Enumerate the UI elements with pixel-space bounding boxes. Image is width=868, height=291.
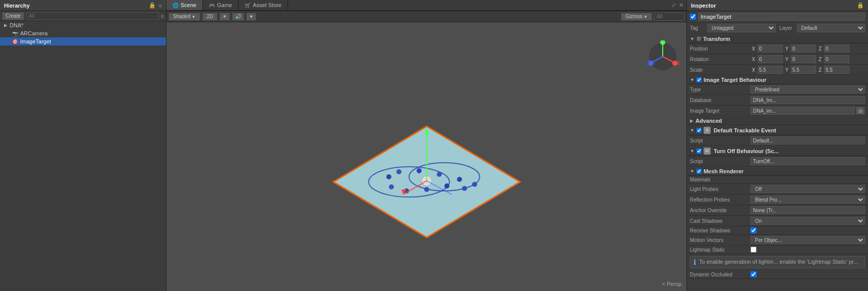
scene-view[interactable]: Shaded 2D ☀ 🔊 ✦ Gizmos xyxy=(166,11,686,291)
scene-maximize-icon[interactable]: ⤢ xyxy=(671,2,676,9)
position-label: Position xyxy=(690,46,750,52)
position-x[interactable] xyxy=(758,44,783,53)
hierarchy-item-dna[interactable]: ▶ DNA* xyxy=(0,21,166,29)
scene-close-icon[interactable]: ✕ xyxy=(679,2,683,9)
mesh-renderer-label: Mesh Renderer xyxy=(704,168,743,174)
tag-dropdown[interactable]: Untagged xyxy=(707,24,776,32)
fx-button[interactable]: ✦ xyxy=(246,13,256,21)
top-tab-bar: Hierarchy 🔒 ≡ 🌐 Scene 🎮 Game 🛒 Asset Sto… xyxy=(0,0,868,11)
scale-label: Scale xyxy=(690,67,750,73)
database-label: Database xyxy=(690,98,750,103)
hierarchy-options-icon[interactable]: ≡ xyxy=(161,13,164,19)
reflection-probes-prop: Reflection Probes Blend Pro... xyxy=(687,195,868,205)
receive-shadows-prop: Receive Shadows xyxy=(687,226,868,235)
turnoff-section[interactable]: ▼ G Turn Off Behaviour (Sc... xyxy=(687,146,868,156)
scene-canvas[interactable]: Y X Z < Persp xyxy=(166,22,686,291)
image-target-browse-btn[interactable]: ⊙ xyxy=(856,107,865,115)
trackable-label: Default Trackable Event xyxy=(714,127,776,133)
scene-search-input[interactable] xyxy=(654,13,684,21)
light-probes-dropdown[interactable]: Off xyxy=(750,185,865,193)
light-probes-label: Light Probes xyxy=(690,186,750,192)
motion-vectors-label: Motion Vectors xyxy=(690,237,750,243)
position-values: X Y Z xyxy=(750,44,865,53)
imagetarget-icon: 🎯 xyxy=(12,39,18,44)
rotation-x[interactable] xyxy=(758,55,783,63)
reflection-probes-dropdown[interactable]: Blend Pro... xyxy=(750,196,865,204)
svg-point-7 xyxy=(386,174,391,179)
position-y[interactable] xyxy=(791,44,816,53)
cast-shadows-dropdown[interactable]: On xyxy=(750,217,865,225)
arcamera-label: ARCamera xyxy=(20,30,47,36)
trackable-active-check[interactable] xyxy=(697,128,702,133)
game-tab[interactable]: 🎮 Game xyxy=(203,0,239,10)
turnoff-script-field[interactable] xyxy=(750,157,865,165)
svg-point-10 xyxy=(437,172,442,177)
position-z[interactable] xyxy=(824,44,849,53)
dynamic-occluded-checkbox[interactable] xyxy=(750,271,757,277)
lighting-button[interactable]: ☀ xyxy=(219,13,230,21)
scale-y[interactable] xyxy=(791,66,816,74)
rotation-z[interactable] xyxy=(824,55,849,63)
image-target-field[interactable] xyxy=(750,107,855,115)
asset-store-tab[interactable]: 🛒 Asset Store xyxy=(239,0,288,10)
dna-label: DNA* xyxy=(10,22,24,28)
image-target-field-label: Image Target xyxy=(690,108,750,114)
turnoff-active-check[interactable] xyxy=(697,149,702,154)
inspector-lock-icon[interactable]: 🔒 xyxy=(857,2,864,9)
inspector-tab[interactable]: Inspector xyxy=(691,3,716,9)
scale-x[interactable] xyxy=(758,66,783,74)
hierarchy-tab[interactable]: Hierarchy xyxy=(4,3,30,9)
image-target-section[interactable]: ▼ Image Target Behaviour xyxy=(687,75,868,84)
hierarchy-item-arcamera[interactable]: 📷 ARCamera xyxy=(0,29,166,37)
turnoff-label: Turn Off Behaviour (Sc... xyxy=(714,148,779,154)
motion-vectors-prop: Motion Vectors Per Objec... xyxy=(687,235,868,246)
shading-dropdown[interactable]: Shaded xyxy=(168,13,200,21)
audio-button[interactable]: 🔊 xyxy=(232,13,244,21)
object-name-row xyxy=(687,11,868,23)
mesh-renderer-active-check[interactable] xyxy=(697,169,702,174)
info-icon: ℹ xyxy=(693,259,696,266)
scene-tab[interactable]: 🌐 Scene xyxy=(166,0,203,10)
object-active-checkbox[interactable] xyxy=(690,14,696,20)
transform-section[interactable]: ▼ ⊞ Transform xyxy=(687,34,868,43)
image-target-active-check[interactable] xyxy=(697,77,702,82)
hierarchy-menu-icon[interactable]: ≡ xyxy=(159,3,162,9)
platform-svg xyxy=(318,116,535,268)
create-button[interactable]: Create xyxy=(2,12,24,20)
image-target-arrow: ▼ xyxy=(690,77,695,82)
svg-text:Z: Z xyxy=(647,60,651,66)
type-dropdown[interactable]: Predefined xyxy=(750,85,865,93)
svg-point-11 xyxy=(457,177,462,182)
rotation-prop: Rotation X Y Z xyxy=(687,54,868,65)
database-prop: Database xyxy=(687,95,868,106)
rotation-values: X Y Z xyxy=(750,55,865,63)
rotation-y[interactable] xyxy=(791,55,816,63)
advanced-section[interactable]: ▶ Advanced xyxy=(687,116,868,125)
layer-dropdown[interactable]: Default xyxy=(797,24,865,32)
info-text: To enable generation of lightm... enable… xyxy=(699,259,858,265)
advanced-arrow: ▶ xyxy=(690,118,693,123)
default-trackable-section[interactable]: ▼ S Default Trackable Event xyxy=(687,125,868,135)
receive-shadows-checkbox[interactable] xyxy=(750,227,757,233)
svg-point-17 xyxy=(462,186,467,191)
lightmap-static-prop: Lightmap Static xyxy=(687,246,868,254)
hierarchy-item-imagetarget[interactable]: 🎯 ImageTarget xyxy=(0,37,166,45)
svg-point-13 xyxy=(389,184,394,189)
position-prop: Position X Y Z xyxy=(687,43,868,54)
scale-z[interactable] xyxy=(824,66,849,74)
hierarchy-search-input[interactable] xyxy=(26,12,159,20)
trackable-script-field[interactable] xyxy=(750,136,865,144)
motion-vectors-dropdown[interactable]: Per Objec... xyxy=(750,236,865,244)
anchor-override-field[interactable] xyxy=(750,206,865,214)
lightmap-static-checkbox[interactable] xyxy=(750,247,757,253)
transform-label: Transform xyxy=(703,36,730,42)
object-name-field[interactable] xyxy=(698,13,865,21)
arcamera-icon: 📷 xyxy=(12,31,18,36)
inspector-body: Tag Untagged Layer Default ▼ ⊞ Transform… xyxy=(687,11,868,291)
advanced-label: Advanced xyxy=(696,118,722,124)
game-tab-icon: 🎮 xyxy=(209,3,215,8)
database-field[interactable] xyxy=(750,96,865,104)
2d-button[interactable]: 2D xyxy=(202,13,218,21)
mesh-renderer-section[interactable]: ▼ Mesh Renderer xyxy=(687,167,868,176)
gizmos-dropdown[interactable]: Gizmos xyxy=(621,13,652,21)
